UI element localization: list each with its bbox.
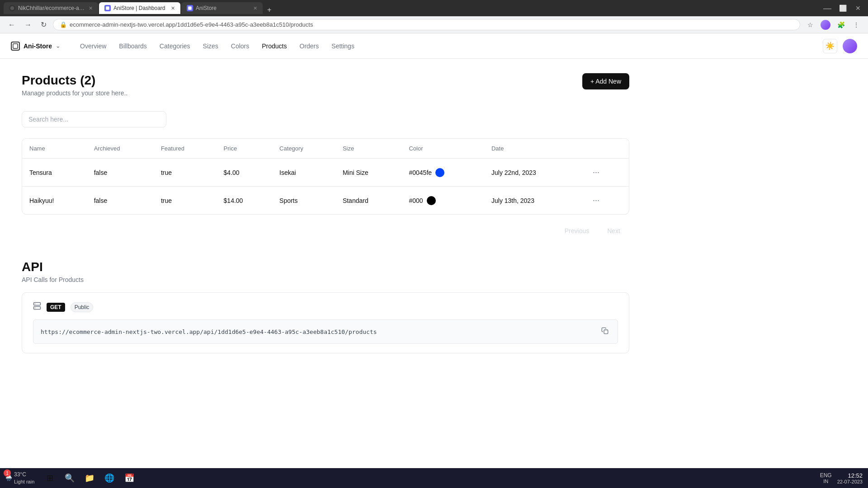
search-input[interactable] — [22, 111, 166, 127]
row1-color: #0045fe — [401, 159, 484, 187]
chevron-down-icon: ⌄ — [56, 43, 60, 49]
main-content: Products (2) Manage products for your st… — [0, 59, 651, 368]
col-category: Category — [272, 139, 335, 159]
nav-settings[interactable]: Settings — [326, 39, 360, 53]
row1-featured: true — [154, 159, 217, 187]
tab-favicon-2 — [104, 5, 111, 11]
new-tab-button[interactable]: + — [264, 6, 275, 14]
api-card: GET Public https://ecommerce-admin-nextj… — [22, 292, 629, 353]
api-route: GET Public — [33, 302, 618, 312]
browser-chrome: NikChhillar/ecommerce-admin-n... ✕ AniSt… — [0, 0, 868, 16]
search-container — [22, 111, 629, 127]
row2-actions: ··· — [582, 187, 629, 215]
col-date: Date — [484, 139, 582, 159]
next-button[interactable]: Next — [600, 224, 627, 238]
tab-close-2[interactable]: ✕ — [171, 5, 175, 11]
nav-colors[interactable]: Colors — [226, 39, 255, 53]
row2-date: July 13th, 2023 — [484, 187, 582, 215]
nav-orders[interactable]: Orders — [294, 39, 325, 53]
theme-toggle-button[interactable]: ☀️ — [823, 39, 837, 53]
pagination: Previous Next — [22, 224, 629, 238]
col-archived: Archieved — [87, 139, 154, 159]
maximize-button[interactable]: ⬜ — [836, 2, 849, 14]
browser-tab-2[interactable]: AniStore | Dashboard ✕ — [99, 2, 180, 14]
store-icon — [11, 42, 20, 51]
svg-rect-8 — [604, 330, 608, 334]
row1-price: $4.00 — [217, 159, 272, 187]
page-subtitle: Manage products for your store here.. — [22, 89, 127, 97]
svg-rect-1 — [106, 6, 109, 10]
tab-list: NikChhillar/ecommerce-admin-n... ✕ AniSt… — [4, 2, 818, 14]
row1-category: Isekai — [272, 159, 335, 187]
api-url-row: https://ecommerce-admin-nextjs-two.verce… — [33, 319, 618, 344]
address-bar[interactable]: 🔒 ecommerce-admin-nextjs-two.vercel.app/… — [53, 19, 800, 30]
api-title: API — [22, 260, 629, 274]
nav-categories[interactable]: Categories — [154, 39, 196, 53]
visibility-badge: Public — [71, 302, 94, 312]
row1-name: Tensura — [22, 159, 87, 187]
browser-tab-3[interactable]: AniStore ✕ — [181, 2, 263, 14]
svg-rect-2 — [188, 6, 192, 10]
extensions-icon[interactable]: 🧩 — [835, 19, 847, 31]
col-color: Color — [401, 139, 484, 159]
col-price: Price — [217, 139, 272, 159]
row2-color: #000 — [401, 187, 484, 215]
row2-featured: true — [154, 187, 217, 215]
header-right: ☀️ — [823, 39, 857, 53]
api-section: API API Calls for Products GET Public ht… — [22, 260, 629, 353]
api-url: https://ecommerce-admin-nextjs-two.verce… — [41, 328, 599, 335]
svg-point-0 — [10, 6, 14, 10]
close-button[interactable]: ✕ — [852, 2, 864, 14]
row2-category: Sports — [272, 187, 335, 215]
forward-button[interactable]: → — [22, 19, 34, 31]
tab-close-1[interactable]: ✕ — [89, 5, 93, 11]
table-row: Haikyuu! false true $14.00 Sports Standa… — [22, 187, 629, 215]
row1-date: July 22nd, 2023 — [484, 159, 582, 187]
store-selector[interactable]: Ani-Store ⌄ — [11, 42, 60, 51]
lock-icon: 🔒 — [60, 21, 67, 28]
row1-actions: ··· — [582, 159, 629, 187]
products-table: Name Archieved Featured Price Category S… — [22, 138, 629, 215]
row1-size: Mini Size — [335, 159, 402, 187]
row2-more-button[interactable]: ··· — [589, 194, 603, 207]
col-size: Size — [335, 139, 402, 159]
row2-name: Haikyuu! — [22, 187, 87, 215]
tab-label-3: AniStore — [196, 5, 217, 11]
copy-url-button[interactable] — [599, 325, 610, 338]
tab-close-3[interactable]: ✕ — [253, 5, 257, 11]
page-title-section: Products (2) Manage products for your st… — [22, 73, 127, 97]
address-text: ecommerce-admin-nextjs-two.vercel.app/1d… — [70, 21, 313, 28]
previous-button[interactable]: Previous — [557, 224, 596, 238]
server-icon — [33, 302, 41, 312]
store-name: Ani-Store — [24, 42, 52, 50]
row2-price: $14.00 — [217, 187, 272, 215]
user-avatar[interactable] — [843, 39, 857, 53]
reload-button[interactable]: ↻ — [38, 19, 49, 31]
row2-size: Standard — [335, 187, 402, 215]
back-button[interactable]: ← — [5, 19, 18, 31]
menu-icon[interactable]: ⋮ — [850, 19, 863, 31]
svg-rect-3 — [13, 43, 18, 48]
table-row: Tensura false true $4.00 Isekai Mini Siz… — [22, 159, 629, 187]
minimize-button[interactable]: — — [821, 2, 834, 14]
row2-archived: false — [87, 187, 154, 215]
main-nav: Overview Billboards Categories Sizes Col… — [75, 39, 360, 53]
bookmark-icon[interactable]: ☆ — [804, 19, 816, 31]
col-actions — [582, 139, 629, 159]
nav-products[interactable]: Products — [256, 39, 292, 53]
row2-color-dot — [427, 196, 436, 205]
browser-tab-1[interactable]: NikChhillar/ecommerce-admin-n... ✕ — [4, 2, 98, 14]
row1-more-button[interactable]: ··· — [589, 166, 603, 179]
nav-sizes[interactable]: Sizes — [198, 39, 224, 53]
add-new-button[interactable]: + Add New — [582, 73, 629, 89]
tab-label-2: AniStore | Dashboard — [113, 5, 165, 11]
tab-label-1: NikChhillar/ecommerce-admin-n... — [18, 5, 86, 11]
col-name: Name — [22, 139, 87, 159]
col-featured: Featured — [154, 139, 217, 159]
page-header: Products (2) Manage products for your st… — [22, 73, 629, 97]
nav-billboards[interactable]: Billboards — [113, 39, 152, 53]
nav-overview[interactable]: Overview — [75, 39, 112, 53]
profile-icon[interactable] — [819, 19, 832, 31]
row1-archived: false — [87, 159, 154, 187]
row1-color-dot — [435, 168, 444, 177]
